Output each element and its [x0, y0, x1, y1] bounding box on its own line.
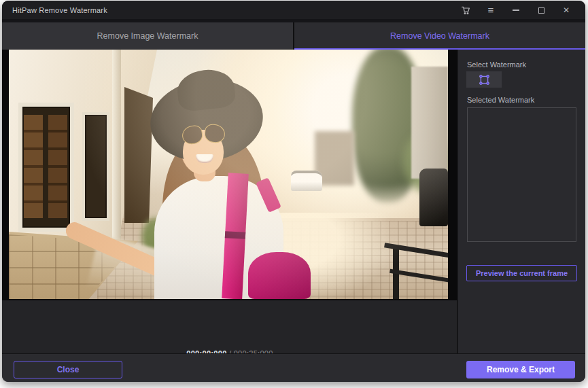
marquee-selection-tool-button[interactable] — [466, 71, 502, 88]
preview-current-frame-button[interactable]: Preview the current frame — [466, 265, 577, 281]
minimize-icon[interactable] — [511, 5, 521, 16]
selected-watermark-label: Selected Watermark — [467, 96, 534, 104]
titlebar-icons: ≡ ✕ — [460, 5, 585, 16]
window-title: HitPaw Remove Watermark — [2, 6, 107, 14]
marquee-selection-icon — [479, 74, 490, 86]
tab-remove-video-watermark[interactable]: Remove Video Watermark — [294, 22, 585, 50]
cart-icon[interactable] — [460, 5, 471, 16]
video-preview-canvas[interactable] — [2, 50, 457, 300]
maximize-icon[interactable] — [536, 5, 547, 16]
title-bar[interactable]: HitPaw Remove Watermark ≡ ✕ — [2, 1, 585, 20]
watermark-side-panel: Select Watermark Selected Watermark Prev… — [458, 50, 585, 353]
remove-export-button[interactable]: Remove & Export — [466, 361, 575, 378]
app-window: HitPaw Remove Watermark ≡ ✕ Remove Image… — [2, 1, 585, 382]
tab-remove-image-watermark[interactable]: Remove Image Watermark — [2, 22, 294, 50]
close-icon[interactable]: ✕ — [561, 5, 572, 16]
preview-area: 000:00:000 / 000:25:000 HitPaw HitPaw — [2, 50, 457, 353]
minimize-glyph — [513, 10, 519, 11]
menu-icon[interactable]: ≡ — [485, 5, 496, 16]
video-preview-image[interactable] — [9, 50, 448, 299]
photo-light-haze — [9, 50, 448, 299]
select-watermark-label: Select Watermark — [467, 60, 526, 69]
footer-bar: Close Remove & Export — [2, 354, 585, 382]
maximize-glyph — [538, 7, 544, 14]
selected-watermark-list[interactable] — [467, 107, 576, 242]
close-button[interactable]: Close — [14, 361, 122, 378]
tab-bar: Remove Image Watermark Remove Video Wate… — [2, 19, 585, 50]
